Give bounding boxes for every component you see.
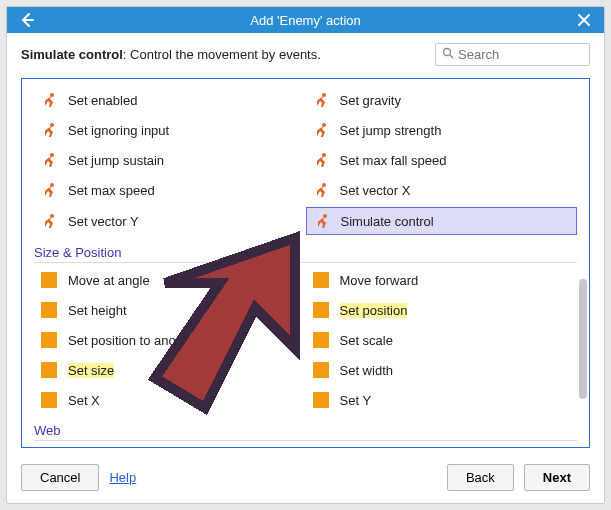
section-size-position: Size & Position [34,245,577,263]
sizepos-item-8[interactable]: Set X [34,387,306,413]
sizepos-item-3-label: Set position [340,303,408,318]
platform-item-9-label: Simulate control [341,214,434,229]
platform-item-4-icon [40,151,58,169]
sizepos-item-5[interactable]: Set scale [306,327,578,353]
section-web: Web [34,423,577,441]
sizepos-item-9[interactable]: Set Y [306,387,578,413]
sizepos-item-0-icon [40,271,58,289]
next-button[interactable]: Next [524,464,590,491]
sizepos-item-6[interactable]: Set size [34,357,306,383]
sizepos-item-3[interactable]: Set position [306,297,578,323]
header: Simulate control: Control the movement b… [7,33,604,74]
platform-item-4[interactable]: Set jump sustain [34,147,306,173]
sizepos-item-1-icon [312,271,330,289]
header-bold: Simulate control [21,47,123,62]
platform-item-9-icon [313,212,331,230]
platform-item-7[interactable]: Set vector X [306,177,578,203]
sizepos-item-0-label: Move at angle [68,273,150,288]
sizepos-item-8-icon [40,391,58,409]
platform-item-3-label: Set jump strength [340,123,442,138]
close-icon[interactable] [572,14,596,26]
svg-point-12 [323,214,327,218]
header-description: Simulate control: Control the movement b… [21,47,435,62]
platform-item-4-label: Set jump sustain [68,153,164,168]
platform-item-2[interactable]: Set ignoring input [34,117,306,143]
svg-point-10 [322,183,326,187]
sizepos-item-0[interactable]: Move at angle [34,267,306,293]
sizepos-item-1[interactable]: Move forward [306,267,578,293]
back-button[interactable]: Back [447,464,514,491]
platform-item-0-icon [40,91,58,109]
sizepos-item-9-icon [312,391,330,409]
footer: Cancel Help Back Next [7,456,604,503]
platform-item-6-icon [40,181,58,199]
platform-item-1-icon [312,91,330,109]
platform-item-0[interactable]: Set enabled [34,87,306,113]
svg-point-6 [322,123,326,127]
platform-item-5[interactable]: Set max fall speed [306,147,578,173]
sizepos-item-8-label: Set X [68,393,100,408]
platform-item-2-icon [40,121,58,139]
svg-point-11 [50,214,54,218]
svg-point-9 [50,183,54,187]
sizepos-item-1-label: Move forward [340,273,419,288]
svg-line-2 [450,55,453,58]
platform-item-5-icon [312,151,330,169]
platform-item-8-label: Set vector Y [68,214,139,229]
svg-point-7 [50,153,54,157]
platform-item-0-label: Set enabled [68,93,137,108]
sizepos-item-3-icon [312,301,330,319]
sizepos-item-7-icon [312,361,330,379]
sizepos-item-2-label: Set height [68,303,127,318]
platform-item-8-icon [40,212,58,230]
platform-item-3[interactable]: Set jump strength [306,117,578,143]
svg-point-4 [322,93,326,97]
sizepos-item-6-label: Set size [68,363,114,378]
sizepos-item-5-label: Set scale [340,333,393,348]
sizepos-item-2-icon [40,301,58,319]
header-rest: : Control the movement by events. [123,47,321,62]
platform-item-1[interactable]: Set gravity [306,87,578,113]
back-arrow-icon[interactable] [15,12,39,28]
dialog-window: Add 'Enemy' action Simulate control: Con… [6,6,605,504]
platform-item-7-label: Set vector X [340,183,411,198]
platform-item-1-label: Set gravity [340,93,401,108]
sizepos-item-7-label: Set width [340,363,393,378]
platform-item-9[interactable]: Simulate control [306,207,578,235]
scrollbar-thumb[interactable] [579,279,587,399]
platform-item-7-icon [312,181,330,199]
platform-item-6[interactable]: Set max speed [34,177,306,203]
search-field[interactable] [435,43,590,66]
sizepos-item-6-icon [40,361,58,379]
help-link[interactable]: Help [109,470,136,485]
search-input[interactable] [458,47,583,62]
svg-point-8 [322,153,326,157]
titlebar: Add 'Enemy' action [7,7,604,33]
dialog-title: Add 'Enemy' action [39,13,572,28]
svg-point-5 [50,123,54,127]
svg-point-1 [444,49,451,56]
platform-item-2-label: Set ignoring input [68,123,169,138]
sizepos-item-4-label: Set position to another object [68,333,236,348]
sizepos-item-7[interactable]: Set width [306,357,578,383]
sizepos-item-4[interactable]: Set position to another object [34,327,306,353]
sizepos-item-4-icon [40,331,58,349]
platform-item-6-label: Set max speed [68,183,155,198]
action-list[interactable]: Set enabledSet gravitySet ignoring input… [21,78,590,448]
platform-item-8[interactable]: Set vector Y [34,207,306,235]
platform-item-3-icon [312,121,330,139]
sizepos-item-5-icon [312,331,330,349]
cancel-button[interactable]: Cancel [21,464,99,491]
web-item-0[interactable]: Load image from URL [34,445,577,448]
sizepos-item-9-label: Set Y [340,393,372,408]
search-icon [442,47,454,62]
svg-point-3 [50,93,54,97]
sizepos-item-2[interactable]: Set height [34,297,306,323]
platform-item-5-label: Set max fall speed [340,153,447,168]
